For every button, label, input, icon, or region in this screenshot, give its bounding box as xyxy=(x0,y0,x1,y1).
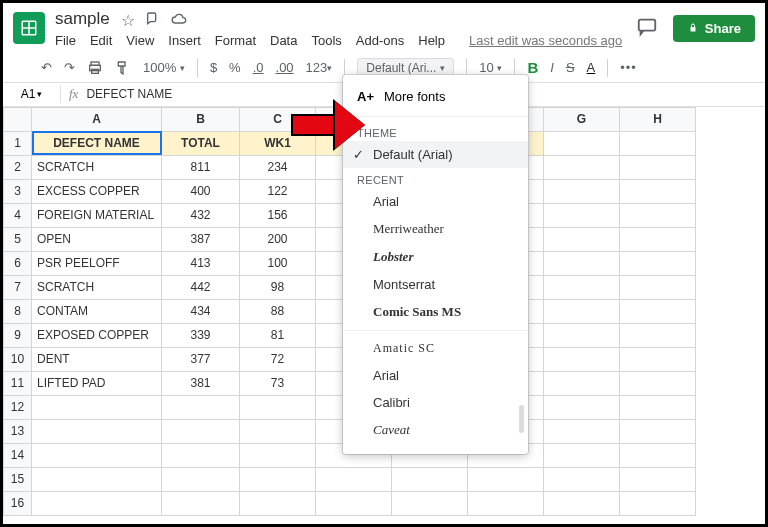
cell[interactable] xyxy=(620,371,696,395)
star-icon[interactable]: ☆ xyxy=(121,11,135,31)
cell[interactable] xyxy=(162,419,240,443)
cell[interactable] xyxy=(32,443,162,467)
cell[interactable]: 200 xyxy=(240,227,316,251)
cell[interactable]: DEFECT NAME xyxy=(32,131,162,155)
cell[interactable] xyxy=(544,491,620,515)
col-header[interactable]: A xyxy=(32,107,162,131)
cell[interactable] xyxy=(316,491,392,515)
more-tools[interactable]: ••• xyxy=(620,60,637,75)
row-header[interactable]: 1 xyxy=(4,131,32,155)
cell[interactable] xyxy=(544,347,620,371)
cell[interactable] xyxy=(544,323,620,347)
cell[interactable] xyxy=(468,467,544,491)
cell[interactable] xyxy=(162,491,240,515)
row-header[interactable]: 13 xyxy=(4,419,32,443)
cell[interactable]: 98 xyxy=(240,275,316,299)
cell[interactable]: 400 xyxy=(162,179,240,203)
row-header[interactable]: 8 xyxy=(4,299,32,323)
cell[interactable]: 81 xyxy=(240,323,316,347)
menu-view[interactable]: View xyxy=(126,33,154,48)
doc-title[interactable]: sample xyxy=(55,9,110,29)
cell[interactable]: EXCESS COPPER xyxy=(32,179,162,203)
row-header[interactable]: 10 xyxy=(4,347,32,371)
cell[interactable] xyxy=(240,491,316,515)
cell[interactable] xyxy=(544,467,620,491)
row-header[interactable]: 7 xyxy=(4,275,32,299)
cell[interactable] xyxy=(620,395,696,419)
row-header[interactable]: 5 xyxy=(4,227,32,251)
cell[interactable] xyxy=(544,227,620,251)
cell[interactable] xyxy=(620,131,696,155)
cell[interactable] xyxy=(240,419,316,443)
cell[interactable]: 387 xyxy=(162,227,240,251)
row-header[interactable]: 4 xyxy=(4,203,32,227)
font-item-amatic[interactable]: Amatic SC xyxy=(343,335,528,362)
cell[interactable] xyxy=(620,203,696,227)
cell[interactable] xyxy=(544,203,620,227)
cell[interactable] xyxy=(620,299,696,323)
cell[interactable]: 88 xyxy=(240,299,316,323)
share-button[interactable]: Share xyxy=(673,15,755,42)
cell[interactable]: 434 xyxy=(162,299,240,323)
cloud-icon[interactable] xyxy=(171,11,187,31)
cell[interactable]: 442 xyxy=(162,275,240,299)
cell[interactable] xyxy=(544,251,620,275)
italic-button[interactable]: I xyxy=(550,60,554,75)
cell[interactable]: OPEN xyxy=(32,227,162,251)
cell[interactable] xyxy=(240,395,316,419)
cell[interactable] xyxy=(620,323,696,347)
menu-help[interactable]: Help xyxy=(418,33,445,48)
cell[interactable] xyxy=(620,347,696,371)
format-percent[interactable]: % xyxy=(229,60,241,75)
text-color-button[interactable]: A xyxy=(587,60,596,75)
row-header[interactable]: 2 xyxy=(4,155,32,179)
row-header[interactable]: 6 xyxy=(4,251,32,275)
cell[interactable]: 234 xyxy=(240,155,316,179)
cell[interactable]: SCRATCH xyxy=(32,155,162,179)
cell[interactable] xyxy=(620,155,696,179)
cell[interactable] xyxy=(620,419,696,443)
cell[interactable] xyxy=(620,179,696,203)
cell[interactable] xyxy=(468,491,544,515)
undo-icon[interactable]: ↶ xyxy=(41,60,52,75)
font-item-calibri[interactable]: Calibri xyxy=(343,389,528,416)
row-header[interactable]: 16 xyxy=(4,491,32,515)
cell[interactable] xyxy=(32,491,162,515)
col-header[interactable]: B xyxy=(162,107,240,131)
cell[interactable] xyxy=(240,443,316,467)
cell[interactable] xyxy=(240,467,316,491)
cell[interactable]: 381 xyxy=(162,371,240,395)
cell[interactable]: DENT xyxy=(32,347,162,371)
menu-format[interactable]: Format xyxy=(215,33,256,48)
cell[interactable]: 156 xyxy=(240,203,316,227)
sheets-logo[interactable] xyxy=(13,12,45,44)
cell[interactable]: 377 xyxy=(162,347,240,371)
font-item-lobster[interactable]: Lobster xyxy=(343,243,528,271)
row-header[interactable]: 3 xyxy=(4,179,32,203)
row-header[interactable]: 9 xyxy=(4,323,32,347)
menu-file[interactable]: File xyxy=(55,33,76,48)
cell[interactable] xyxy=(544,179,620,203)
increase-decimal[interactable]: .00 xyxy=(276,60,294,75)
font-size[interactable]: 10 ▾ xyxy=(479,60,502,75)
menu-edit[interactable]: Edit xyxy=(90,33,112,48)
bold-button[interactable]: B xyxy=(527,59,538,76)
strike-button[interactable]: S xyxy=(566,60,575,75)
cell[interactable] xyxy=(544,299,620,323)
print-icon[interactable] xyxy=(87,60,103,76)
cell[interactable] xyxy=(620,467,696,491)
cell[interactable]: SCRATCH xyxy=(32,275,162,299)
cell[interactable] xyxy=(544,275,620,299)
col-header[interactable]: H xyxy=(620,107,696,131)
paint-format-icon[interactable] xyxy=(115,60,131,76)
more-formats[interactable]: 123▾ xyxy=(306,60,333,75)
row-header[interactable]: 15 xyxy=(4,467,32,491)
last-edit[interactable]: Last edit was seconds ago xyxy=(469,33,622,48)
cell[interactable] xyxy=(32,467,162,491)
cell[interactable]: 339 xyxy=(162,323,240,347)
cell[interactable] xyxy=(544,155,620,179)
cell[interactable] xyxy=(544,395,620,419)
cell[interactable]: 72 xyxy=(240,347,316,371)
font-item-arial[interactable]: Arial xyxy=(343,188,528,215)
cell[interactable]: CONTAM xyxy=(32,299,162,323)
